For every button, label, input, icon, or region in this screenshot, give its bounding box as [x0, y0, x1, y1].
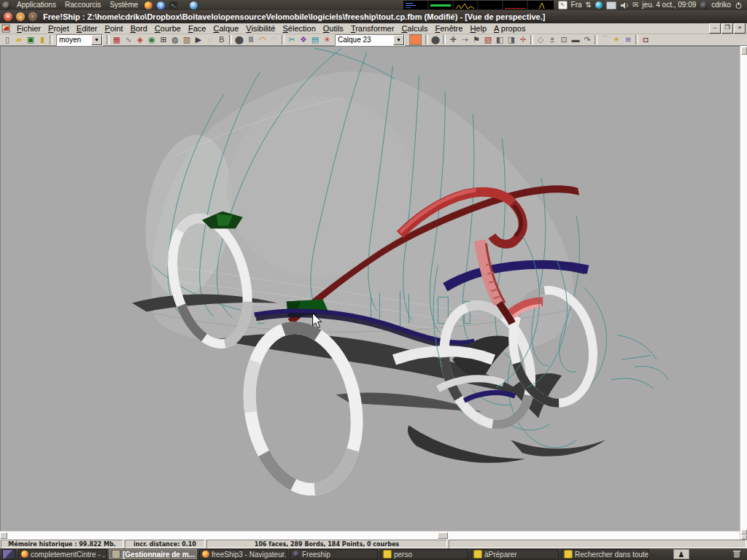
precision-combo[interactable]: moyen ▼ — [56, 34, 103, 46]
flowline-off-icon[interactable]: ◠ — [268, 34, 280, 45]
notes-applet-button[interactable]: ♟ — [673, 549, 689, 559]
check-model-icon[interactable]: ◈ — [134, 34, 146, 45]
new-face-icon[interactable]: ◇ — [535, 34, 546, 45]
stations-view-icon[interactable]: Ⅲ — [245, 34, 257, 45]
solid-view-icon[interactable]: ⬤ — [233, 34, 245, 45]
menu-projet[interactable]: Projet — [44, 24, 73, 33]
update-applet-icon[interactable] — [595, 1, 603, 9]
task-firefox-1[interactable]: completementCintre - ... — [18, 549, 107, 559]
shade-view-icon[interactable]: ◉ — [146, 34, 158, 45]
task-note-rechercher[interactable]: Rechercher dans toute... — [561, 549, 649, 559]
vertical-scrollbar-thumb[interactable] — [741, 47, 747, 55]
menu-visibilite[interactable]: Visibilité — [242, 24, 279, 33]
intersection-tool-icon[interactable]: ✂ — [286, 34, 298, 45]
menu-apropos[interactable]: A propos — [490, 24, 529, 33]
menu-face[interactable]: Face — [185, 24, 209, 33]
window-maximize-button[interactable]: ▫ — [28, 12, 37, 21]
lock-points-icon[interactable]: ◧ — [494, 34, 506, 45]
rotate-model-icon[interactable]: ↷ — [581, 34, 593, 45]
menu-editer[interactable]: Editer — [73, 24, 101, 33]
task-freeship[interactable]: Freeship — [290, 549, 378, 559]
mail-icon[interactable]: ✉ — [632, 0, 638, 10]
flowline-icon[interactable]: ◠ — [257, 34, 268, 45]
align-points-icon[interactable]: ± — [546, 34, 558, 45]
edge-collapse-icon[interactable]: ▧ — [482, 34, 494, 45]
trash-icon[interactable] — [732, 550, 741, 559]
scroll-left-button[interactable] — [0, 532, 7, 539]
window-list-applet-icon[interactable] — [2, 549, 15, 559]
control-net-icon[interactable]: ▦ — [111, 34, 123, 45]
layer-combo[interactable]: Calque 23 ▼ — [335, 34, 405, 46]
layer-pocket-icon[interactable]: ⬤ — [430, 34, 441, 45]
curve-tool-icon[interactable]: ⌒ — [599, 34, 611, 45]
curvature-plot-icon[interactable]: ◌ — [204, 34, 216, 45]
power-icon[interactable] — [735, 1, 743, 9]
delete-marker-icon[interactable]: ◘ — [640, 34, 651, 45]
window-minimize-button[interactable]: ⌄ — [16, 12, 25, 21]
scroll-down-button[interactable] — [741, 534, 747, 540]
menu-fichier[interactable]: Fichier — [13, 24, 44, 33]
menu-bord[interactable]: Bord — [127, 24, 151, 33]
background-image-icon[interactable]: ▤ — [309, 34, 321, 45]
user-name[interactable]: cdriko — [711, 0, 731, 10]
terminal-launcher-icon[interactable]: >_ — [169, 1, 177, 9]
gauss-curvature-icon[interactable]: ◍ — [169, 34, 181, 45]
fair-curve-icon[interactable]: ∿ — [123, 34, 134, 45]
chevron-down-icon[interactable]: ▼ — [91, 35, 102, 45]
chevron-down-icon[interactable]: ▼ — [393, 35, 404, 45]
light-settings-icon[interactable]: ✴ — [611, 34, 622, 45]
clock[interactable]: jeu. 4 oct., 09:09 — [642, 0, 696, 10]
new-file-icon[interactable]: ▯ — [1, 34, 13, 45]
volume-icon[interactable] — [620, 1, 629, 9]
horizontal-scrollbar-thumb[interactable] — [438, 532, 448, 539]
mdi-close-button[interactable]: × — [734, 23, 746, 34]
firefox-launcher-icon[interactable] — [144, 1, 152, 9]
menu-selection[interactable]: Sélection — [279, 24, 319, 33]
menu-courbe[interactable]: Courbe — [151, 24, 185, 33]
menu-transformer[interactable]: Transformer — [347, 24, 398, 33]
grid-view-icon[interactable]: ⊞ — [158, 34, 169, 45]
wave-tool-icon[interactable]: ≋ — [622, 34, 634, 45]
shortcuts-menu[interactable]: Raccourcis — [61, 0, 105, 10]
developability-check-icon[interactable]: ▥ — [181, 34, 193, 45]
task-note-perso[interactable]: perso — [380, 549, 468, 559]
menu-help[interactable]: Help — [466, 24, 490, 33]
display-icon[interactable] — [606, 1, 616, 9]
point-grid-icon[interactable]: ⊡ — [558, 34, 570, 45]
network-traffic-icon[interactable]: ⇅ — [586, 0, 592, 10]
menu-point[interactable]: Point — [101, 24, 127, 33]
distro-menu-icon[interactable] — [2, 1, 10, 9]
open-file-icon[interactable]: ▰ — [13, 34, 25, 45]
unlock-points-icon[interactable]: ◨ — [506, 34, 517, 45]
markers-tool-icon[interactable]: ❖ — [298, 34, 309, 45]
scroll-up-button[interactable] — [741, 529, 747, 534]
system-monitor-applet[interactable] — [403, 1, 554, 9]
insert-point-icon[interactable]: ⇢ — [459, 34, 471, 45]
zebra-shading-icon[interactable]: ▶ — [193, 34, 204, 45]
browser-launcher-icon[interactable] — [190, 1, 198, 9]
import-export-icon[interactable]: ▮ — [36, 34, 48, 45]
perspective-viewport[interactable] — [0, 46, 740, 531]
layer-color-swatch[interactable] — [409, 34, 422, 45]
move-point-icon[interactable]: ✚ — [447, 34, 459, 45]
mdi-minimize-button[interactable]: – — [709, 23, 721, 34]
show-both-sides-icon[interactable]: B — [216, 34, 228, 45]
system-menu[interactable]: Système — [105, 0, 142, 10]
horizontal-scrollbar[interactable] — [0, 531, 740, 540]
help-launcher-icon[interactable]: ? — [157, 1, 165, 9]
mirror-plane-icon[interactable]: ▬ — [570, 34, 581, 45]
keyboard-layout-label[interactable]: Fra — [571, 0, 582, 10]
task-firefox-2[interactable]: freeShip3 - Navigateur... — [199, 549, 287, 559]
user-menu-icon[interactable] — [700, 1, 708, 9]
window-titlebar[interactable]: ✕ ⌄ ▫ Free!Ship : Z:\home\cdriko\Dropbox… — [0, 10, 747, 23]
applications-menu[interactable]: Applications — [12, 0, 61, 10]
task-file-manager[interactable]: [Gestionnaire de m... — [109, 549, 197, 559]
anchor-point-icon[interactable]: ✛ — [517, 34, 529, 45]
spot-points-icon[interactable]: ✳ — [321, 34, 333, 45]
menu-calque[interactable]: Calque — [209, 24, 242, 33]
save-file-icon[interactable]: ▣ — [25, 34, 36, 45]
keyboard-layout-icon[interactable]: ✎ — [558, 1, 568, 9]
mdi-restore-button[interactable]: ❐ — [721, 23, 733, 34]
window-close-button[interactable]: ✕ — [4, 12, 12, 21]
menu-fenetre[interactable]: Fenêtre — [431, 24, 466, 33]
